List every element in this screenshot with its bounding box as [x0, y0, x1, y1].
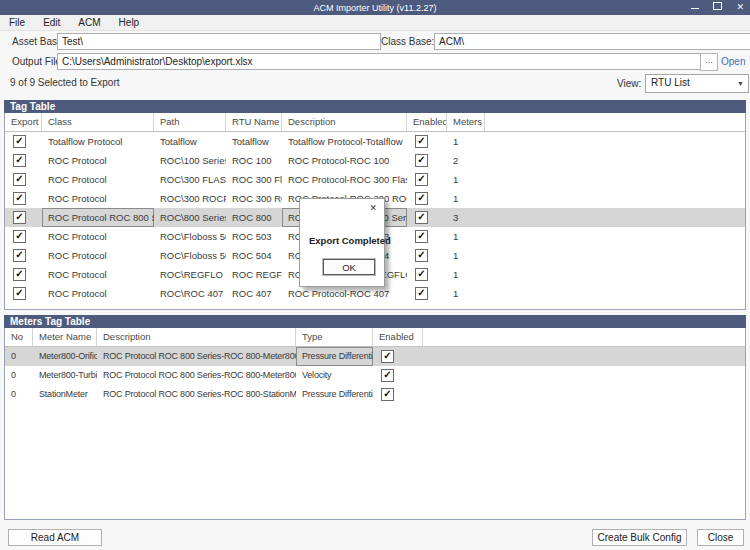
export-checkbox[interactable]: ✓ [13, 249, 26, 262]
export-checkbox[interactable]: ✓ [13, 135, 26, 148]
table-row[interactable]: ✓ROC ProtocolROC\300 FLASHPACROC 300 Fla… [5, 170, 745, 189]
table-row[interactable]: 0StationMeterROC Protocol ROC 800 Series… [5, 385, 745, 404]
asset-base-input[interactable]: Test\ [57, 33, 381, 50]
app-window: ACM Importer Utility (v11.2.27) ✕ File E… [0, 0, 750, 550]
meters-table-section: Meters Tag Table NoMeter NameDescription… [4, 315, 746, 520]
export-checkbox[interactable]: ✓ [13, 230, 26, 243]
column-header[interactable]: Enabled [373, 328, 423, 346]
export-checkbox[interactable]: ✓ [13, 173, 26, 186]
type-cell: Velocity [296, 366, 373, 385]
export-checkbox-cell: ✓ [5, 170, 42, 189]
meter-name-cell: StationMeter [33, 385, 97, 404]
class-base-input[interactable]: ACM\ [434, 33, 750, 50]
table-row[interactable]: 0Meter800-OrificeROC Protocol ROC 800 Se… [5, 347, 745, 366]
enabled-checkbox[interactable]: ✓ [381, 369, 394, 382]
meters-count-cell: 1 [447, 227, 485, 246]
column-header[interactable]: Export [5, 113, 42, 131]
enabled-checkbox[interactable]: ✓ [415, 249, 428, 262]
enabled-checkbox-cell: ✓ [407, 132, 447, 151]
enabled-checkbox[interactable]: ✓ [415, 287, 428, 300]
menu-edit[interactable]: Edit [34, 15, 69, 30]
menu-acm[interactable]: ACM [69, 15, 109, 30]
rtu-name-cell: ROC 800 [226, 208, 282, 227]
open-link[interactable]: Open [721, 56, 745, 67]
enabled-checkbox[interactable]: ✓ [415, 154, 428, 167]
table-row[interactable]: ✓ROC ProtocolROC\100 SeriesROC 100ROC Pr… [5, 151, 745, 170]
enabled-checkbox[interactable]: ✓ [415, 268, 428, 281]
meters-count-cell: 1 [447, 189, 485, 208]
enabled-checkbox[interactable]: ✓ [415, 173, 428, 186]
description-cell: Totalflow Protocol-Totalflow [282, 132, 407, 151]
meters-count-cell: 1 [447, 284, 485, 303]
row-filler [485, 227, 745, 246]
meters-count-cell: 1 [447, 246, 485, 265]
rtu-name-cell: ROC 300 Flash [226, 170, 282, 189]
export-checkbox[interactable]: ✓ [13, 192, 26, 205]
enabled-checkbox[interactable]: ✓ [381, 350, 394, 363]
meters-count-cell: 1 [447, 265, 485, 284]
export-checkbox[interactable]: ✓ [13, 287, 26, 300]
column-header[interactable]: RTU Name [226, 113, 282, 131]
column-header[interactable]: Path [154, 113, 226, 131]
path-cell: ROC\REGFLO [154, 265, 226, 284]
path-cell: ROC\100 Series [154, 151, 226, 170]
enabled-checkbox-cell: ✓ [407, 265, 447, 284]
read-acm-button[interactable]: Read ACM [8, 529, 102, 546]
export-checkbox[interactable]: ✓ [13, 154, 26, 167]
menu-help[interactable]: Help [110, 15, 149, 30]
selected-count-label: 9 of 9 Selected to Export [10, 77, 120, 88]
table-row[interactable]: 0Meter800-TurbineROC Protocol ROC 800 Se… [5, 366, 745, 385]
class-cell: ROC Protocol [42, 170, 154, 189]
rtu-name-cell: ROC REGFLO [226, 265, 282, 284]
meters-count-cell: 1 [447, 170, 485, 189]
table-row[interactable]: ✓Totalflow ProtocolTotalflowTotalflowTot… [5, 132, 745, 151]
column-header[interactable]: Type [296, 328, 373, 346]
column-header[interactable]: Enabled [407, 113, 447, 131]
type-cell: Pressure Differential [296, 385, 373, 404]
row-filler [485, 284, 745, 303]
enabled-checkbox[interactable]: ✓ [415, 135, 428, 148]
path-cell: ROC\Floboss 504 [154, 246, 226, 265]
column-header[interactable]: Meters [447, 113, 485, 131]
column-header[interactable]: Description [282, 113, 407, 131]
enabled-checkbox[interactable]: ✓ [415, 211, 428, 224]
tag-table-header-row: ExportClassPathRTU NameDescriptionEnable… [5, 113, 745, 132]
no-cell: 0 [5, 347, 33, 366]
close-icon[interactable]: ✕ [736, 0, 744, 15]
browse-button[interactable]: ... [700, 53, 718, 71]
enabled-checkbox-cell: ✓ [407, 170, 447, 189]
row-filler [485, 151, 745, 170]
enabled-checkbox-cell: ✓ [407, 151, 447, 170]
rtu-name-cell: ROC 100 [226, 151, 282, 170]
titlebar: ACM Importer Utility (v11.2.27) ✕ [0, 0, 750, 15]
column-header[interactable]: Description [97, 328, 296, 346]
menu-file[interactable]: File [0, 15, 34, 30]
enabled-checkbox-cell: ✓ [407, 246, 447, 265]
dialog-ok-button[interactable]: OK [323, 259, 375, 275]
enabled-checkbox[interactable]: ✓ [381, 388, 394, 401]
class-cell: ROC Protocol ROC 800 Series [42, 208, 154, 227]
enabled-checkbox[interactable]: ✓ [415, 192, 428, 205]
export-checkbox[interactable]: ✓ [13, 211, 26, 224]
dialog-close-icon[interactable]: ✕ [369, 204, 377, 213]
minimize-icon[interactable] [691, 0, 699, 15]
column-header[interactable]: Class [42, 113, 154, 131]
export-checkbox-cell: ✓ [5, 132, 42, 151]
rtu-name-cell: Totalflow [226, 132, 282, 151]
row-filler [485, 208, 745, 227]
type-cell: Pressure Differential [296, 347, 373, 366]
row-filler [423, 366, 745, 385]
column-header[interactable]: Meter Name [33, 328, 97, 346]
meter-name-cell: Meter800-Turbine [33, 366, 97, 385]
output-file-input[interactable]: C:\Users\Administrator\Desktop\export.xl… [57, 53, 705, 70]
close-button[interactable]: Close [697, 529, 744, 546]
export-checkbox[interactable]: ✓ [13, 268, 26, 281]
row-filler [423, 347, 745, 366]
export-checkbox-cell: ✓ [5, 246, 42, 265]
maximize-icon[interactable] [713, 0, 722, 15]
create-bulk-config-button[interactable]: Create Bulk Config [592, 529, 687, 546]
view-dropdown[interactable]: RTU List ▼ [645, 74, 749, 93]
column-header[interactable]: No [5, 328, 33, 346]
enabled-checkbox[interactable]: ✓ [415, 230, 428, 243]
row-filler [485, 265, 745, 284]
